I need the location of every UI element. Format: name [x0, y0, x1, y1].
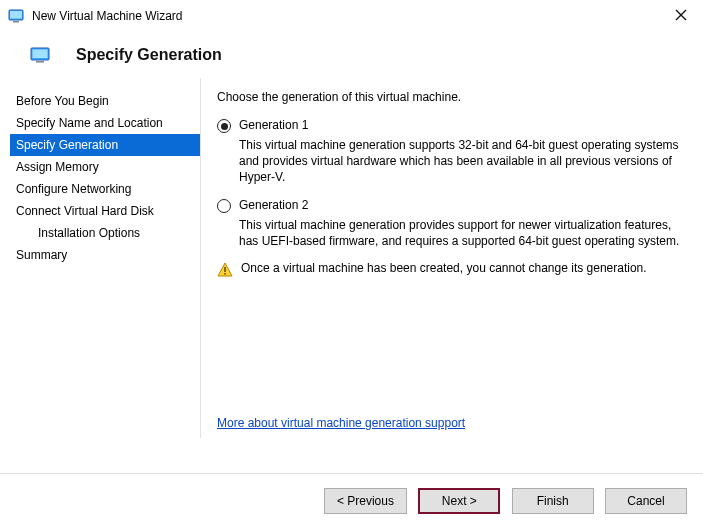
generation-2-description: This virtual machine generation provides…	[239, 217, 681, 249]
warning-text: Once a virtual machine has been created,…	[241, 261, 647, 275]
generation-1-description: This virtual machine generation supports…	[239, 137, 681, 186]
app-monitor-icon	[8, 8, 24, 24]
title-bar: New Virtual Machine Wizard	[0, 0, 703, 32]
warning-row: Once a virtual machine has been created,…	[217, 261, 681, 281]
header-monitor-icon	[30, 47, 50, 63]
sidebar-item-before-you-begin[interactable]: Before You Begin	[10, 90, 200, 112]
wizard-header: Specify Generation	[0, 32, 703, 78]
sidebar-item-summary[interactable]: Summary	[10, 244, 200, 266]
radio-label: Generation 2	[239, 198, 308, 212]
radio-icon	[217, 199, 231, 213]
page-title: Specify Generation	[76, 46, 222, 64]
radio-label: Generation 1	[239, 118, 308, 132]
svg-rect-5	[36, 61, 44, 63]
sidebar-item-configure-networking[interactable]: Configure Networking	[10, 178, 200, 200]
window-title: New Virtual Machine Wizard	[32, 9, 669, 23]
svg-rect-7	[224, 273, 226, 275]
sidebar-item-installation-options[interactable]: Installation Options	[10, 222, 200, 244]
close-icon[interactable]	[669, 6, 693, 26]
finish-button[interactable]: Finish	[512, 488, 594, 514]
svg-rect-6	[224, 267, 226, 272]
wizard-footer: < Previous Next > Finish Cancel	[0, 473, 703, 532]
warning-icon	[217, 262, 233, 281]
intro-text: Choose the generation of this virtual ma…	[217, 90, 681, 104]
radio-icon	[217, 119, 231, 133]
radio-generation-2[interactable]: Generation 2	[217, 198, 681, 213]
svg-rect-4	[33, 50, 48, 59]
sidebar-item-assign-memory[interactable]: Assign Memory	[10, 156, 200, 178]
next-button[interactable]: Next >	[418, 488, 500, 514]
sidebar-item-specify-name[interactable]: Specify Name and Location	[10, 112, 200, 134]
svg-rect-1	[10, 11, 22, 19]
sidebar-item-specify-generation[interactable]: Specify Generation	[10, 134, 200, 156]
svg-rect-2	[13, 21, 19, 23]
radio-generation-1[interactable]: Generation 1	[217, 118, 681, 133]
sidebar-item-connect-vhd[interactable]: Connect Virtual Hard Disk	[10, 200, 200, 222]
wizard-content: Choose the generation of this virtual ma…	[200, 78, 693, 438]
previous-button[interactable]: < Previous	[324, 488, 407, 514]
cancel-button[interactable]: Cancel	[605, 488, 687, 514]
help-link[interactable]: More about virtual machine generation su…	[217, 416, 465, 430]
wizard-steps-sidebar: Before You Begin Specify Name and Locati…	[10, 78, 200, 438]
